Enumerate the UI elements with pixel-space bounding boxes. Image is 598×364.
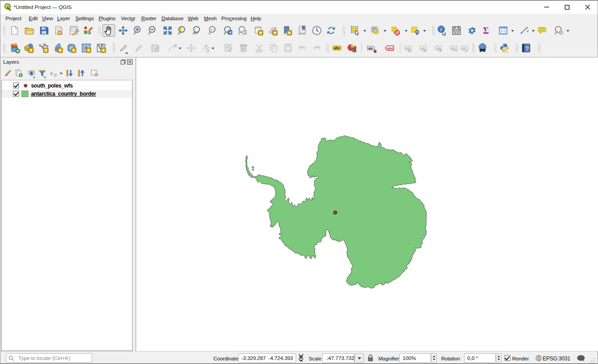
- svg-text:1:1: 1:1: [210, 28, 214, 31]
- svg-text:ab: ab: [462, 47, 466, 50]
- svg-text:?: ?: [526, 45, 529, 52]
- svg-text:ab: ab: [452, 47, 455, 50]
- svg-text:ε: ε: [50, 70, 53, 76]
- svg-text:ab: ab: [368, 46, 372, 50]
- svg-text:abc: abc: [334, 46, 341, 50]
- svg-text:ab: ab: [421, 47, 425, 50]
- svg-text:Σ: Σ: [483, 26, 489, 35]
- svg-text:ab: ab: [406, 47, 409, 50]
- svg-text:abc: abc: [387, 46, 394, 50]
